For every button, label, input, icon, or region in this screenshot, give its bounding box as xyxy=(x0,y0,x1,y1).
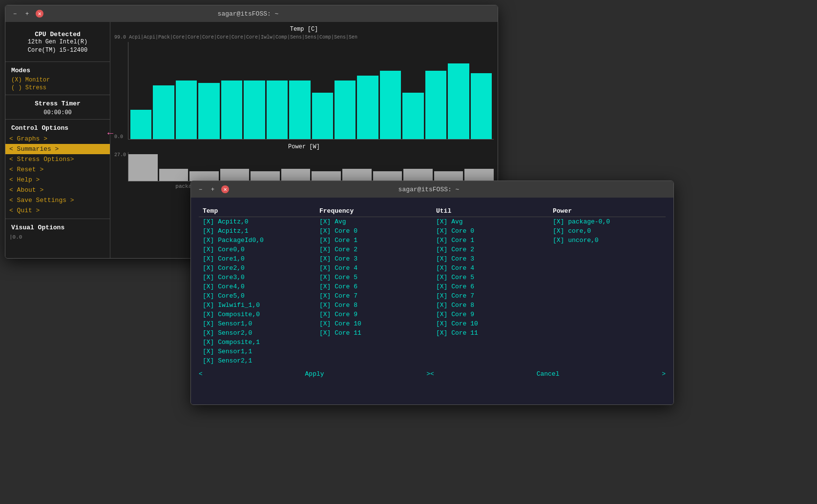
util-cell-7[interactable]: [X] Core 5 xyxy=(432,273,549,282)
footer-apply-btn[interactable]: Apply xyxy=(305,370,324,378)
util-cell-6[interactable]: [X] Core 4 xyxy=(432,263,549,273)
freq-cell-3[interactable]: [X] Core 1 xyxy=(315,236,432,245)
dialog-footer: < Apply >< Cancel > xyxy=(199,370,666,378)
freq-cell-2[interactable]: [X] Core 0 xyxy=(315,226,432,236)
footer-cancel-btn[interactable]: Cancel xyxy=(537,370,560,378)
temp-cell-10[interactable]: [X] Iwlwifi_1,0 xyxy=(199,301,315,310)
freq-cell-12[interactable]: [X] Core 10 xyxy=(315,319,432,328)
power-cell-11 xyxy=(549,310,666,319)
freq-cell-11[interactable]: [X] Core 9 xyxy=(315,310,432,319)
temp-cell-4[interactable]: [X] Core0,0 xyxy=(199,245,315,254)
freq-cell-10[interactable]: [X] Core 8 xyxy=(315,301,432,310)
minimize-button[interactable]: − xyxy=(11,10,19,17)
bar-11 xyxy=(357,76,378,139)
util-cell-13[interactable]: [X] Core 11 xyxy=(432,328,549,338)
cpu-info: CPU Detected 12th Gen Intel(R) Core(TM) … xyxy=(5,27,110,59)
util-cell-3[interactable]: [X] Core 1 xyxy=(432,236,549,245)
temp-cell-9[interactable]: [X] Core5,0 xyxy=(199,291,315,301)
freq-cell-6[interactable]: [X] Core 4 xyxy=(315,263,432,273)
util-cell-4[interactable]: [X] Core 2 xyxy=(432,245,549,254)
temp-cell-8[interactable]: [X] Core4,0 xyxy=(199,282,315,291)
power-cell-4 xyxy=(549,245,666,254)
visual-options-label: Visual Options xyxy=(5,222,110,233)
visual-options-section: Visual Options |0.0 xyxy=(5,222,110,241)
temp-cell-6[interactable]: [X] Core2,0 xyxy=(199,263,315,273)
util-cell-15 xyxy=(432,347,549,356)
freq-cell-5[interactable]: [X] Core 3 xyxy=(315,254,432,263)
table-row: [X] Core1,0 [X] Core 3 [X] Core 3 xyxy=(199,254,666,263)
power-cell-2[interactable]: [X] core,0 xyxy=(549,226,666,236)
temp-cell-12[interactable]: [X] Sensor1,0 xyxy=(199,319,315,328)
util-cell-2[interactable]: [X] Core 0 xyxy=(432,226,549,236)
menu-item-about[interactable]: < About > xyxy=(5,185,110,195)
freq-cell-15 xyxy=(315,347,432,356)
menu-item-save-settings[interactable]: < Save Settings > xyxy=(5,195,110,205)
cpu-name-line1: 12th Gen Intel(R) xyxy=(11,38,104,46)
util-cell-1[interactable]: [X] Avg xyxy=(432,217,549,227)
power-cell-1[interactable]: [X] package-0,0 xyxy=(549,217,666,227)
main-title-bar: − + ✕ sagar@itsFOSS: ~ xyxy=(5,5,498,22)
temp-cell-5[interactable]: [X] Core1,0 xyxy=(199,254,315,263)
table-row: [X] Composite,1 xyxy=(199,338,666,347)
arrow-indicator: ← xyxy=(107,128,113,139)
power-cell-6 xyxy=(549,263,666,273)
maximize-button[interactable]: + xyxy=(23,10,31,17)
dialog-terminal-window: − + ✕ sagar@itsFOSS: ~ Temp Frequency Ut… xyxy=(190,181,674,405)
menu-item-help[interactable]: < Help > xyxy=(5,175,110,185)
freq-cell-9[interactable]: [X] Core 7 xyxy=(315,291,432,301)
footer-mid-btn[interactable]: >< xyxy=(426,370,434,378)
bar-3 xyxy=(176,81,197,139)
temp-cell-15[interactable]: [X] Sensor1,1 xyxy=(199,347,315,356)
temp-cell-14[interactable]: [X] Composite,1 xyxy=(199,338,315,347)
freq-cell-4[interactable]: [X] Core 2 xyxy=(315,245,432,254)
temp-cell-2[interactable]: [X] Acpitz,1 xyxy=(199,226,315,236)
menu-item-graphs[interactable]: < Graphs > xyxy=(5,134,110,144)
mode-stress[interactable]: ( ) Stress xyxy=(5,84,110,92)
dialog-maximize-button[interactable]: + xyxy=(209,186,216,193)
header-freq: Frequency xyxy=(315,205,432,217)
temp-cell-13[interactable]: [X] Sensor2,0 xyxy=(199,328,315,338)
dialog-minimize-button[interactable]: − xyxy=(197,186,204,193)
mode-monitor[interactable]: (X) Monitor xyxy=(5,76,110,84)
util-cell-10[interactable]: [X] Core 8 xyxy=(432,301,549,310)
freq-cell-1[interactable]: [X] Avg xyxy=(315,217,432,227)
footer-left-btn[interactable]: < xyxy=(199,370,203,378)
util-cell-11[interactable]: [X] Core 9 xyxy=(432,310,549,319)
util-cell-12[interactable]: [X] Core 10 xyxy=(432,319,549,328)
power-cell-3[interactable]: [X] uncore,0 xyxy=(549,236,666,245)
dialog-close-button[interactable]: ✕ xyxy=(221,185,229,193)
freq-cell-7[interactable]: [X] Core 5 xyxy=(315,273,432,282)
util-cell-8[interactable]: [X] Core 6 xyxy=(432,282,549,291)
temp-cell-11[interactable]: [X] Composite,0 xyxy=(199,310,315,319)
temp-cell-7[interactable]: [X] Core3,0 xyxy=(199,273,315,282)
bar-2 xyxy=(153,85,174,139)
freq-cell-13[interactable]: [X] Core 11 xyxy=(315,328,432,338)
util-cell-9[interactable]: [X] Core 7 xyxy=(432,291,549,301)
temp-cell-1[interactable]: [X] Acpitz,0 xyxy=(199,217,315,227)
menu-item-quit[interactable]: < Quit > xyxy=(5,205,110,216)
table-row: [X] Iwlwifi_1,0 [X] Core 8 [X] Core 8 xyxy=(199,301,666,310)
power-bar-5 xyxy=(251,171,280,181)
power-bar-12 xyxy=(464,169,494,181)
power-cell-14 xyxy=(549,338,666,347)
header-temp: Temp xyxy=(199,205,315,217)
menu-item-reset[interactable]: < Reset > xyxy=(5,164,110,175)
dialog-window-controls: − + ✕ xyxy=(197,185,229,193)
freq-cell-8[interactable]: [X] Core 6 xyxy=(315,282,432,291)
temp-cell-3[interactable]: [X] PackageId0,0 xyxy=(199,236,315,245)
close-button[interactable]: ✕ xyxy=(36,10,43,18)
temp-cell-16[interactable]: [X] Sensor2,1 xyxy=(199,356,315,365)
power-cell-16 xyxy=(549,356,666,365)
control-options-label: Control Options xyxy=(5,122,110,134)
temp-chart-container: 0.0 xyxy=(114,42,494,140)
table-row: [X] Core4,0 [X] Core 6 [X] Core 6 xyxy=(199,282,666,291)
table-row: [X] PackageId0,0 [X] Core 1 [X] Core 1 [… xyxy=(199,236,666,245)
menu-item-stress-options[interactable]: < Stress Options> xyxy=(5,154,110,164)
table-row: [X] Sensor2,0 [X] Core 11 [X] Core 11 xyxy=(199,328,666,338)
menu-item-summaries[interactable]: < Summaries > xyxy=(5,144,110,154)
footer-right-btn[interactable]: > xyxy=(662,370,666,378)
power-cell-8 xyxy=(549,282,666,291)
bar-15 xyxy=(448,63,469,139)
table-row: [X] Core0,0 [X] Core 2 [X] Core 2 xyxy=(199,245,666,254)
util-cell-5[interactable]: [X] Core 3 xyxy=(432,254,549,263)
